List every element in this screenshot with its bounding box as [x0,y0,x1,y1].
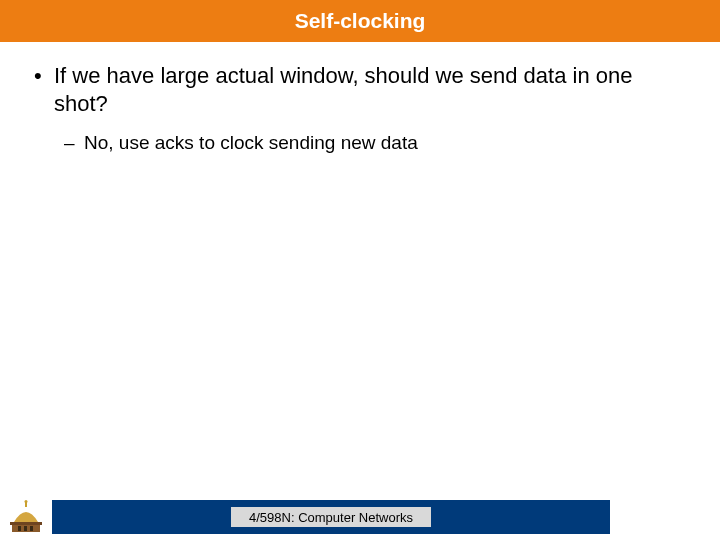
slide-title: Self-clocking [295,9,426,33]
footer-logo [0,500,52,534]
footer-tail [610,500,720,534]
footer-bar: 4/598N: Computer Networks [52,500,610,534]
svg-rect-7 [30,526,33,531]
svg-rect-5 [18,526,21,531]
sub-bullet-item: – No, use acks to clock sending new data [64,130,690,156]
svg-rect-2 [10,522,42,525]
footer-label-text: 4/598N: Computer Networks [249,510,413,525]
bullet-marker: • [30,62,54,90]
slide-footer: 4/598N: Computer Networks [0,500,720,534]
slide-body: • If we have large actual window, should… [0,42,720,156]
dome-icon [6,500,46,534]
bullet-text: If we have large actual window, should w… [54,62,690,118]
sub-bullet-text: No, use acks to clock sending new data [84,130,418,156]
svg-rect-6 [24,526,27,531]
footer-label: 4/598N: Computer Networks [231,507,431,527]
bullet-item: • If we have large actual window, should… [30,62,690,118]
title-bar: Self-clocking [0,0,720,42]
svg-point-4 [25,500,28,503]
sub-bullet-marker: – [64,130,84,156]
